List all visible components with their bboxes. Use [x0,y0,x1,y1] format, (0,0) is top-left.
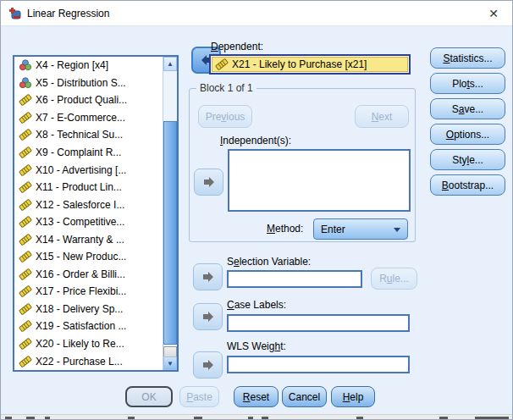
help-button[interactable]: Help [331,386,375,407]
sliver-mark [439,417,448,420]
list-item[interactable]: X16 - Order & Billi... [14,266,163,284]
scale-icon [19,251,32,262]
variable-label: X11 - Product Lin... [36,181,122,193]
arrow-right-icon [201,358,216,372]
scale-icon [19,216,32,228]
wls-weight-label: WLS Weight: [227,340,286,352]
method-dropdown[interactable]: Enter [313,218,408,240]
sliver-mark [26,417,35,420]
list-item[interactable]: X15 - New Produc... [14,248,163,266]
sliver-mark [356,417,363,420]
scale-icon [19,112,32,124]
variable-label: X16 - Order & Billi... [36,268,125,280]
sliver-mark [248,417,253,420]
variable-label: X9 - Complaint R... [36,146,121,158]
rule-button[interactable]: Rule... [371,268,417,290]
list-item[interactable]: X14 - Warranty & ... [14,230,163,248]
variable-label: X20 - Likely to Re... [36,338,124,350]
selection-variable-input[interactable] [227,270,362,288]
variable-list[interactable]: X4 - Region [x4] X5 - Distribution S... … [13,55,179,372]
scale-icon [19,356,32,368]
scale-icon [215,58,229,70]
scale-icon [19,234,32,246]
background-window-sliver [1,414,512,420]
sliver-mark [128,417,135,420]
variable-label: X13 - Competitive... [36,216,124,228]
list-item[interactable]: X5 - Distribution S... [14,75,163,92]
linear-regression-dialog: Linear Regression ✕ X4 - Region [x4] X5 … [0,0,513,420]
scale-icon [19,146,32,158]
sliver-mark [475,417,509,420]
scale-icon [19,181,32,193]
list-item[interactable]: X13 - Competitive... [14,213,163,231]
sliver-mark [5,417,12,420]
nominal-icon [19,59,32,71]
reset-button[interactable]: Reset [234,386,279,407]
list-item[interactable]: X11 - Product Lin... [14,179,163,196]
plots-button[interactable]: Plots... [430,73,505,94]
move-wls-weight-button[interactable] [193,351,223,379]
dependent-variable[interactable]: X21 - Likely to Purchase [x21] [212,57,408,72]
window-title: Linear Regression [27,8,109,19]
variable-label: X5 - Distribution S... [36,77,126,89]
scale-icon [19,164,32,176]
dependent-label: Dependent: [211,41,263,52]
cancel-button[interactable]: Cancel [282,386,327,407]
move-case-labels-button[interactable] [193,303,223,330]
block-group-title: Block 1 of 1 [196,82,256,94]
list-item[interactable]: X17 - Price Flexibi... [14,283,163,301]
list-item[interactable]: X19 - Satisfaction ... [14,318,163,335]
variable-label: X8 - Technical Su... [36,129,123,141]
list-item[interactable]: X4 - Region [x4] [14,57,163,75]
wls-weight-input[interactable] [227,356,410,373]
list-item[interactable]: X8 - Technical Su... [14,126,163,144]
sliver-mark [262,417,268,420]
scale-icon [19,129,32,141]
variable-label: X4 - Region [x4] [36,59,108,71]
variable-label: X7 - E-Commerce... [36,112,125,124]
scale-icon [19,199,32,211]
method-value: Enter [321,224,345,235]
independents-list[interactable] [228,149,411,212]
dependent-variable-label: X21 - Likely to Purchase [x21] [232,58,367,70]
list-item[interactable]: X18 - Delivery Sp... [14,301,163,318]
bootstrap-button[interactable]: Bootstrap... [430,174,505,196]
list-item[interactable]: X10 - Advertising [... [14,161,163,179]
variable-label: X17 - Price Flexibi... [36,285,126,297]
scale-icon [19,338,32,350]
scale-icon [19,303,32,315]
list-item[interactable]: X22 - Purchase L... [14,352,163,370]
scroll-down-icon[interactable]: ▼ [163,356,177,370]
options-button[interactable]: Options... [430,124,505,145]
list-item[interactable]: X9 - Complaint R... [14,144,163,162]
previous-button[interactable]: Previous [198,105,252,128]
case-labels-input[interactable] [227,314,410,332]
move-independent-button[interactable] [194,169,223,196]
close-icon[interactable]: ✕ [483,4,504,23]
scrollbar[interactable]: ▲ ▼ [163,57,177,370]
ok-button[interactable]: OK [125,386,173,407]
scrollbar-thumb[interactable] [163,121,177,345]
variable-label: X14 - Warranty & ... [36,234,124,246]
chevron-down-icon [394,228,400,232]
method-label: Method: [267,223,303,235]
paste-button[interactable]: Paste [179,386,219,407]
variable-label: X15 - New Produc... [36,251,126,262]
title-bar[interactable]: Linear Regression ✕ [1,1,512,26]
list-item[interactable]: X12 - Salesforce I... [14,196,163,213]
scroll-up-icon[interactable]: ▲ [163,57,177,71]
statistics-button[interactable]: Statistics... [430,47,505,69]
arrow-right-icon [201,310,216,323]
scale-icon [19,320,32,332]
style-button[interactable]: Style... [430,149,505,170]
variable-list-items[interactable]: X4 - Region [x4] X5 - Distribution S... … [14,57,163,370]
list-item[interactable]: X20 - Likely to Re... [14,335,163,353]
list-item[interactable]: X6 - Product Quali... [14,91,163,109]
move-selection-variable-button[interactable] [193,263,223,290]
variable-label: X12 - Salesforce I... [36,199,124,211]
dependent-field[interactable]: X21 - Likely to Purchase [x21] [209,54,411,75]
next-button[interactable]: Next [355,105,409,128]
save-button[interactable]: Save... [430,98,505,119]
list-item[interactable]: X7 - E-Commerce... [14,109,163,127]
sliver-mark [194,417,202,420]
